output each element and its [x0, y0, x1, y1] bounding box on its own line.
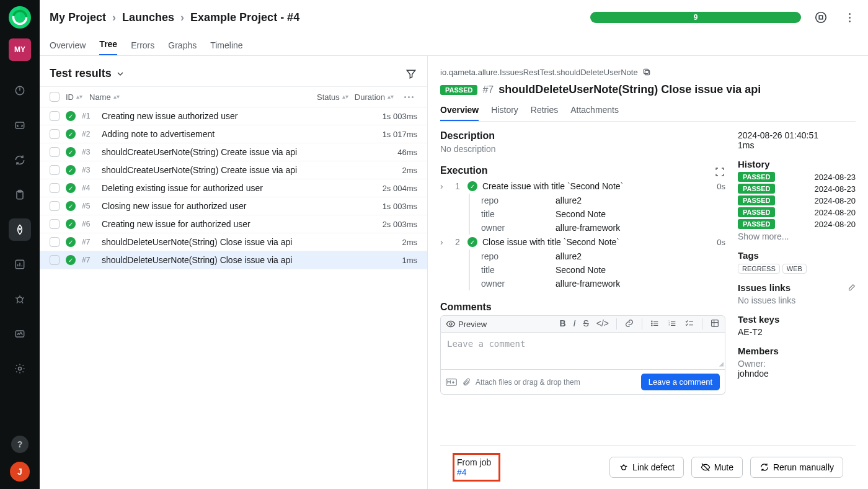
nav-sync-icon[interactable]	[9, 149, 31, 171]
help-icon[interactable]: ?	[11, 436, 29, 453]
table-row[interactable]: ✓ #3 shouldCreateUserNote(String) Create…	[40, 143, 427, 161]
history-item[interactable]: PASSED2024-08-20	[738, 219, 856, 229]
crumb-launches[interactable]: Launches	[122, 11, 174, 24]
tab-tree[interactable]: Tree	[99, 39, 117, 55]
status-badge: PASSED	[738, 195, 775, 205]
table-row[interactable]: ✓ #4 Deleting existing issue for authori…	[40, 179, 427, 197]
col-id[interactable]: ID▴▾	[66, 92, 83, 102]
more-vert-icon[interactable]	[841, 9, 858, 26]
nav-defects-icon[interactable]	[9, 288, 31, 310]
attach-label[interactable]: Attach files or drag & drop them	[476, 378, 580, 387]
table-row[interactable]: ✓ #6 Creating new issue for authorized u…	[40, 215, 427, 233]
crumb-root[interactable]: My Project	[50, 11, 106, 24]
col-status[interactable]: Status▴▾	[317, 92, 348, 102]
exec-step[interactable]: › 1 ✓ Create issue with title `Second No…	[440, 179, 725, 194]
preview-button[interactable]: Preview	[446, 319, 487, 329]
tab-timeline[interactable]: Timeline	[210, 40, 242, 55]
code-icon[interactable]: </>	[596, 318, 609, 330]
table-row[interactable]: ✓ #7 shouldDeleteUserNote(String) Close …	[40, 251, 427, 269]
row-checkbox[interactable]	[50, 147, 60, 157]
copy-icon[interactable]	[642, 67, 652, 77]
row-checkbox[interactable]	[50, 165, 60, 175]
progress-bar[interactable]: 9	[590, 12, 801, 23]
tag-chip[interactable]: WEB	[782, 264, 807, 274]
table-row[interactable]: ✓ #2 Adding note to advertisement 1s 017…	[40, 125, 427, 143]
results-title: Test results	[50, 67, 125, 80]
nav-settings-icon[interactable]	[9, 357, 31, 380]
comment-textarea[interactable]: Leave a comment◢	[440, 333, 725, 370]
status-passed-icon: ✓	[66, 111, 76, 121]
bold-icon[interactable]: B	[559, 318, 565, 330]
olist-icon[interactable]	[667, 318, 677, 330]
project-avatar[interactable]: MY	[9, 38, 31, 61]
user-avatar[interactable]: J	[10, 462, 30, 482]
history-item[interactable]: PASSED2024-08-20	[738, 207, 856, 217]
row-checkbox[interactable]	[50, 111, 60, 121]
filter-icon[interactable]	[405, 68, 417, 80]
table-row[interactable]: ✓ #5 Closing new issue for authorized us…	[40, 197, 427, 215]
status-passed-icon: ✓	[66, 129, 76, 139]
tab-overview[interactable]: Overview	[50, 40, 86, 55]
history-item[interactable]: PASSED2024-08-23	[738, 184, 856, 194]
dtab-retries[interactable]: Retries	[531, 105, 558, 121]
table-row[interactable]: ✓ #1 Creating new issue authorized user …	[40, 107, 427, 125]
topbar: My Project › Launches › Example Project …	[40, 0, 868, 35]
nav-analytics-icon[interactable]	[9, 253, 31, 276]
dtab-attachments[interactable]: Attachments	[570, 105, 619, 121]
italic-icon[interactable]: I	[574, 318, 576, 330]
nav-launches-icon[interactable]	[9, 218, 31, 241]
row-checkbox[interactable]	[50, 255, 60, 265]
row-checkbox[interactable]	[50, 219, 60, 229]
nav-dashboard-icon[interactable]	[9, 79, 31, 102]
table-icon[interactable]	[710, 318, 720, 330]
tab-graphs[interactable]: Graphs	[168, 40, 197, 55]
row-checkbox[interactable]	[50, 129, 60, 139]
results-title-text: Test results	[50, 67, 112, 80]
checklist-icon[interactable]	[684, 318, 694, 330]
link-icon[interactable]	[624, 318, 634, 330]
select-all-checkbox[interactable]	[50, 92, 60, 102]
attach-icon[interactable]	[462, 378, 471, 387]
dtab-history[interactable]: History	[491, 105, 518, 121]
row-checkbox[interactable]	[50, 237, 60, 247]
col-duration[interactable]: Duration▴▾	[355, 92, 394, 102]
mute-button[interactable]: Mute	[691, 457, 743, 478]
row-checkbox[interactable]	[50, 201, 60, 211]
svg-point-8	[17, 297, 22, 302]
expand-icon[interactable]	[714, 166, 725, 177]
history-item[interactable]: PASSED2024-08-20	[738, 195, 856, 205]
resize-handle-icon[interactable]: ◢	[719, 359, 724, 368]
nav-env-icon[interactable]	[9, 323, 31, 345]
nav-code-icon[interactable]	[9, 114, 31, 137]
stop-icon[interactable]	[812, 9, 830, 26]
rerun-button[interactable]: Rerun manually	[750, 457, 843, 478]
tag-chip[interactable]: REGRESS	[738, 264, 780, 274]
ulist-icon[interactable]	[650, 318, 660, 330]
svg-point-15	[450, 323, 452, 325]
svg-point-10	[19, 367, 22, 370]
col-name[interactable]: Name▴▾	[89, 92, 311, 102]
row-checkbox[interactable]	[50, 183, 60, 193]
exec-step[interactable]: › 2 ✓ Close issue with title `Second Not…	[440, 235, 725, 249]
chevron-down-icon[interactable]	[115, 69, 125, 79]
show-more-link[interactable]: Show more...	[738, 231, 856, 241]
more-horz-icon[interactable]	[400, 96, 417, 98]
link-defect-button[interactable]: Link defect	[609, 457, 684, 478]
strike-icon[interactable]: S	[583, 318, 588, 330]
chevron-right-icon[interactable]: ›	[440, 237, 448, 247]
table-row[interactable]: ✓ #7 shouldDeleteUserNote(String) Close …	[40, 233, 427, 251]
edit-icon[interactable]	[847, 284, 856, 292]
row-id: #7	[82, 256, 95, 264]
status-badge: PASSED	[440, 85, 477, 95]
table-row[interactable]: ✓ #3 shouldCreateUserNote(String) Create…	[40, 161, 427, 179]
row-id: #7	[82, 238, 95, 246]
from-job-link[interactable]: #4	[457, 467, 491, 477]
tab-errors[interactable]: Errors	[131, 40, 154, 55]
row-id: #6	[82, 220, 95, 228]
chevron-right-icon[interactable]: ›	[440, 181, 448, 191]
dtab-overview[interactable]: Overview	[440, 105, 479, 121]
detail-panel: io.qameta.allure.IssuesRestTest.shouldDe…	[428, 56, 868, 489]
leave-comment-button[interactable]: Leave a comment	[641, 374, 720, 390]
history-item[interactable]: PASSED2024-08-23	[738, 172, 856, 182]
nav-clipboard-icon[interactable]	[9, 184, 31, 206]
